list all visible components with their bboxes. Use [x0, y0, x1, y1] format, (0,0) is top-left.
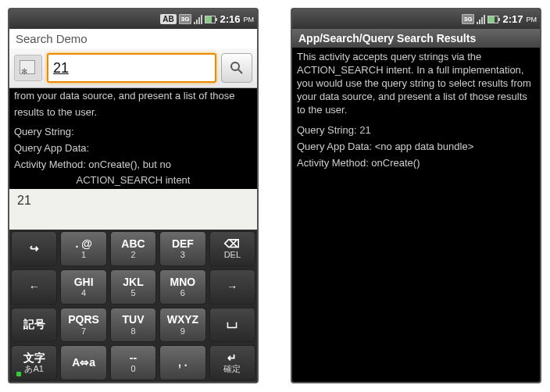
- battery-icon: [488, 16, 498, 23]
- svg-point-0: [231, 62, 239, 70]
- key-5[interactable]: JKL5: [110, 269, 156, 305]
- description-paragraph: This activity accepts query strings via …: [292, 48, 540, 118]
- activity-method-line2: ACTION_SEARCH intent: [9, 173, 257, 189]
- activity-method-line: Activity Method: onCreate(): [292, 155, 540, 172]
- ime-badge: AB: [160, 14, 176, 24]
- status-bar: 3G 2:17 PM: [292, 9, 540, 29]
- key-undo[interactable]: ↪: [11, 231, 57, 266]
- search-go-button[interactable]: [221, 53, 252, 83]
- key-9[interactable]: WXYZ9: [159, 308, 205, 343]
- body-partial-2: results to the user.: [9, 105, 257, 121]
- soft-keypad: ↪ . @1 ABC2 DEF3 ⌫DEL ← GHI4 JKL5 MNO6 →…: [9, 230, 257, 382]
- key-1[interactable]: . @1: [60, 231, 106, 266]
- phone-left: AB 3G 2:16 PM Search Demo from your data…: [8, 8, 259, 383]
- body-partial-1: from your data source, and present a lis…: [9, 88, 257, 105]
- magnifier-icon: [229, 60, 245, 76]
- key-delete[interactable]: ⌫DEL: [209, 231, 255, 266]
- key-space[interactable]: ⌴: [209, 308, 255, 343]
- key-enter[interactable]: ↵確定: [209, 345, 255, 380]
- key-2[interactable]: ABC2: [110, 231, 156, 266]
- search-row: [9, 48, 257, 88]
- search-input-wrap[interactable]: [47, 53, 216, 83]
- key-left[interactable]: ←: [11, 269, 57, 305]
- key-8[interactable]: TUV8: [110, 308, 156, 343]
- key-6[interactable]: MNO6: [159, 269, 205, 305]
- network-3g-icon: 3G: [179, 14, 192, 24]
- signal-icon: [477, 15, 485, 24]
- key-4[interactable]: GHI4: [60, 269, 106, 305]
- status-time: 2:17: [502, 13, 523, 25]
- suggestion-box[interactable]: 21: [9, 189, 257, 230]
- signal-icon: [194, 15, 202, 24]
- search-input[interactable]: [53, 60, 210, 77]
- svg-line-1: [238, 69, 242, 73]
- phone-right: 3G 2:17 PM App/Search/Query Search Resul…: [291, 8, 541, 383]
- query-string-label: Query String:: [9, 124, 257, 141]
- key-mode[interactable]: 文字あA1: [11, 345, 57, 380]
- network-3g-icon: 3G: [462, 14, 475, 24]
- search-app-selector-icon[interactable]: [14, 55, 42, 81]
- query-appdata-label: Query App Data:: [9, 141, 257, 157]
- status-bar: AB 3G 2:16 PM: [9, 9, 257, 29]
- key-symbols[interactable]: 記号: [11, 308, 57, 343]
- key-3[interactable]: DEF3: [159, 231, 205, 266]
- activity-method-line1: Activity Method: onCreate(), but no: [9, 157, 257, 173]
- search-header-title: Search Demo: [9, 29, 257, 48]
- query-string-line: Query String: 21: [292, 123, 540, 139]
- page-title: App/Search/Query Search Results: [292, 29, 540, 48]
- status-ampm: PM: [527, 16, 538, 23]
- key-0[interactable]: --0: [110, 345, 156, 380]
- key-case[interactable]: A⇔a: [60, 345, 106, 380]
- query-appdata-line: Query App Data: <no app data bundle>: [292, 139, 540, 155]
- key-7[interactable]: PQRS7: [60, 308, 106, 343]
- status-ampm: PM: [244, 16, 255, 23]
- key-right[interactable]: →: [209, 269, 255, 305]
- key-punct[interactable]: , .: [159, 345, 205, 380]
- status-time: 2:16: [220, 13, 240, 25]
- battery-icon: [205, 16, 216, 23]
